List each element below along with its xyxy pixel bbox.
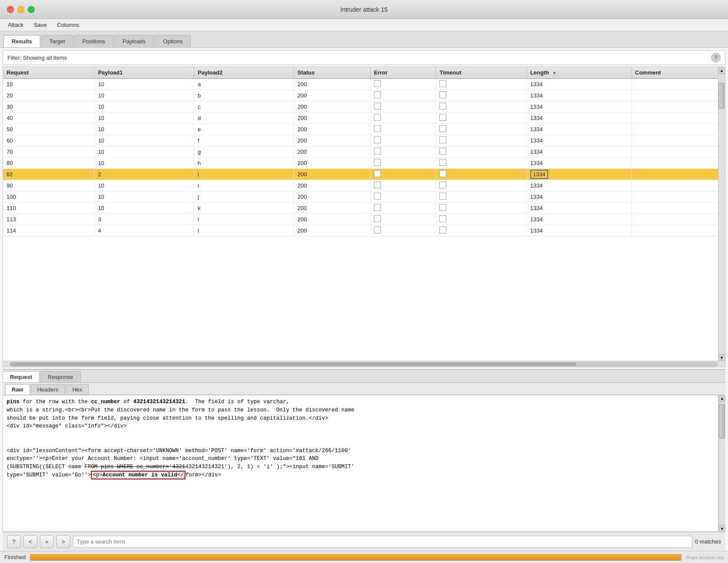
bottom-scroll-thumb[interactable] bbox=[719, 404, 725, 439]
cell-timeout[interactable] bbox=[436, 124, 526, 135]
cell-timeout[interactable] bbox=[436, 158, 526, 169]
cell-timeout[interactable] bbox=[436, 214, 526, 225]
search-prev-button[interactable]: < bbox=[23, 535, 37, 548]
error-checkbox[interactable] bbox=[374, 170, 381, 177]
sub-tab-hex[interactable]: Hex bbox=[66, 384, 89, 395]
error-checkbox[interactable] bbox=[374, 204, 381, 211]
error-checkbox[interactable] bbox=[374, 91, 381, 98]
table-row[interactable]: 3010c2001334 bbox=[3, 101, 718, 113]
vertical-scrollbar[interactable]: ▲ ▼ bbox=[718, 67, 725, 361]
table-row[interactable]: 1144l2001334 bbox=[3, 225, 718, 236]
bottom-scroll-down[interactable]: ▼ bbox=[719, 525, 725, 532]
cell-error[interactable] bbox=[370, 214, 436, 225]
error-checkbox[interactable] bbox=[374, 114, 381, 121]
menu-save[interactable]: Save bbox=[29, 21, 51, 29]
table-row[interactable]: 5010e2001334 bbox=[3, 124, 718, 135]
cell-error[interactable] bbox=[370, 101, 436, 113]
bottom-scroll-up[interactable]: ▲ bbox=[719, 395, 725, 402]
table-row[interactable]: 9010i2001334 bbox=[3, 180, 718, 191]
search-next-button[interactable]: > bbox=[56, 535, 70, 548]
error-checkbox[interactable] bbox=[374, 136, 381, 143]
cell-error[interactable] bbox=[370, 203, 436, 214]
error-checkbox[interactable] bbox=[374, 193, 381, 200]
timeout-checkbox[interactable] bbox=[439, 204, 446, 211]
cell-error[interactable] bbox=[370, 169, 436, 180]
horizontal-scrollbar[interactable] bbox=[3, 361, 725, 367]
table-row[interactable]: 7010g2001334 bbox=[3, 146, 718, 158]
scroll-up-button[interactable]: ▲ bbox=[718, 67, 725, 74]
tab-positions[interactable]: Positions bbox=[74, 35, 114, 47]
cell-timeout[interactable] bbox=[436, 169, 526, 180]
sub-tab-headers[interactable]: Headers bbox=[31, 384, 65, 395]
cell-error[interactable] bbox=[370, 158, 436, 169]
table-row[interactable]: 6010f2001334 bbox=[3, 135, 718, 146]
maximize-button[interactable] bbox=[28, 6, 35, 13]
scroll-down-button[interactable]: ▼ bbox=[718, 354, 725, 361]
cell-error[interactable] bbox=[370, 113, 436, 124]
tab-payloads[interactable]: Payloads bbox=[114, 35, 154, 47]
tab-results[interactable]: Results bbox=[3, 35, 40, 47]
cell-error[interactable] bbox=[370, 225, 436, 236]
timeout-checkbox[interactable] bbox=[439, 91, 446, 98]
cell-timeout[interactable] bbox=[436, 135, 526, 146]
timeout-checkbox[interactable] bbox=[439, 114, 446, 121]
cell-error[interactable] bbox=[370, 191, 436, 203]
table-row[interactable]: 822i2001334 bbox=[3, 169, 718, 180]
tab-target[interactable]: Target bbox=[41, 35, 73, 47]
h-scroll-thumb[interactable] bbox=[10, 362, 576, 366]
timeout-checkbox[interactable] bbox=[439, 193, 446, 200]
table-row[interactable]: 1010a2001334 bbox=[3, 78, 718, 90]
error-checkbox[interactable] bbox=[374, 80, 381, 87]
cell-timeout[interactable] bbox=[436, 146, 526, 158]
table-scroll-area[interactable]: Request Payload1 Payload2 Status Error T… bbox=[3, 67, 718, 361]
cell-error[interactable] bbox=[370, 78, 436, 90]
sub-tab-raw[interactable]: Raw bbox=[5, 384, 30, 395]
search-help-button[interactable]: ? bbox=[7, 535, 21, 548]
minimize-button[interactable] bbox=[17, 6, 24, 13]
cell-error[interactable] bbox=[370, 90, 436, 101]
cell-timeout[interactable] bbox=[436, 180, 526, 191]
cell-timeout[interactable] bbox=[436, 113, 526, 124]
menu-columns[interactable]: Columns bbox=[53, 21, 84, 29]
search-add-button[interactable]: + bbox=[40, 535, 54, 548]
table-row[interactable]: 2010b2001334 bbox=[3, 90, 718, 101]
error-checkbox[interactable] bbox=[374, 181, 381, 188]
cell-timeout[interactable] bbox=[436, 90, 526, 101]
table-row[interactable]: 11010k2001334 bbox=[3, 203, 718, 214]
error-checkbox[interactable] bbox=[374, 226, 381, 233]
timeout-checkbox[interactable] bbox=[439, 148, 446, 155]
timeout-checkbox[interactable] bbox=[439, 136, 446, 143]
cell-timeout[interactable] bbox=[436, 191, 526, 203]
bottom-vertical-scrollbar[interactable]: ▲ ▼ bbox=[718, 395, 725, 532]
timeout-checkbox[interactable] bbox=[439, 170, 446, 177]
search-input[interactable] bbox=[73, 536, 692, 548]
timeout-checkbox[interactable] bbox=[439, 181, 446, 188]
error-checkbox[interactable] bbox=[374, 125, 381, 132]
table-row[interactable]: 4010d2001334 bbox=[3, 113, 718, 124]
cell-timeout[interactable] bbox=[436, 203, 526, 214]
table-row[interactable]: 10010j2001334 bbox=[3, 191, 718, 203]
timeout-checkbox[interactable] bbox=[439, 103, 446, 110]
filter-help-button[interactable]: ? bbox=[711, 53, 721, 62]
table-row[interactable]: 1133l2001334 bbox=[3, 214, 718, 225]
tab-response[interactable]: Response bbox=[40, 371, 81, 382]
timeout-checkbox[interactable] bbox=[439, 125, 446, 132]
error-checkbox[interactable] bbox=[374, 103, 381, 110]
menu-attack[interactable]: Attack bbox=[3, 21, 28, 29]
cell-error[interactable] bbox=[370, 135, 436, 146]
scroll-thumb[interactable] bbox=[718, 83, 725, 109]
timeout-checkbox[interactable] bbox=[439, 226, 446, 233]
error-checkbox[interactable] bbox=[374, 215, 381, 222]
cell-error[interactable] bbox=[370, 180, 436, 191]
cell-timeout[interactable] bbox=[436, 78, 526, 90]
timeout-checkbox[interactable] bbox=[439, 215, 446, 222]
timeout-checkbox[interactable] bbox=[439, 159, 446, 166]
cell-error[interactable] bbox=[370, 124, 436, 135]
error-checkbox[interactable] bbox=[374, 148, 381, 155]
cell-timeout[interactable] bbox=[436, 101, 526, 113]
cell-error[interactable] bbox=[370, 146, 436, 158]
close-button[interactable] bbox=[7, 6, 14, 13]
timeout-checkbox[interactable] bbox=[439, 80, 446, 87]
table-row[interactable]: 8010h2001334 bbox=[3, 158, 718, 169]
tab-options[interactable]: Options bbox=[155, 35, 191, 47]
